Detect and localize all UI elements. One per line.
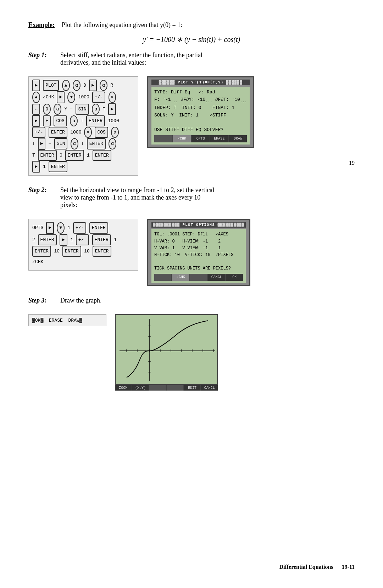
key-1b: 1 [43,164,49,169]
screen1-container: ▓▓▓▓▓▓ PLOT Y'(T)=F(T,Y) ▓▓▓▓▓▓ TYPE: Di… [147,76,254,148]
key-1000b: 1000 [108,118,119,124]
step2-block: Step 2: Set the horizontal view to range… [28,186,355,286]
key-alpha3: α [54,104,61,115]
key-t3: T [32,141,38,146]
step1-text2: derivatives, and the initial values: [60,59,146,66]
key-y: Y [65,107,70,112]
key-plot: PLOT [43,80,59,91]
key-alpha5: α [70,115,78,126]
step3-label: Step 3: [28,297,47,304]
step2-text2: view to range from -1 to 1, and mark the… [60,194,200,201]
step2-text3: pixels: [60,201,77,208]
graph-container: ZOOM (X,Y) EDIT CANCL [115,314,218,391]
key-enter-opts6: ENTER [93,246,111,257]
key-alpha: α [73,80,81,91]
key-right5: ► [32,115,40,127]
s2-tick: TICK SPACING UNITS ARE PIXELS? [154,266,231,271]
sk2-chk: ✓CHK [172,274,189,281]
key-alpha6: α [111,127,119,138]
key-plus: + [43,115,51,126]
key-enter-opts2: ENTER [38,234,57,245]
key-right4: ► [108,103,116,115]
step2-label: Step 2: [28,186,47,194]
key-x: ✕ [109,92,116,103]
sk2-empty2 [190,274,207,281]
key-plusminus2: +/- [32,127,45,138]
s1-use: USE STIFF DIFF EQ SOLVER? [154,127,223,132]
step2-text: Set the horizontal view to range from -1… [60,186,214,194]
s1-soln: SOLN: Y INIT: 1 ✓STIFF [154,113,226,118]
key-chk2: ✓CHK [32,259,43,265]
screen2-softkeys: ✓CHK CANCL OK [154,274,243,281]
screen2-content: TOL: .0001 STEP: Dflt ✓AXES H-VAR: 0 H-V… [151,229,246,283]
s2-hvar: H-VAR: 0 H-VIEW: -1 2 [154,239,221,244]
key-t2: T [81,118,86,124]
s1-type: TYPE: Diff Eq [154,89,190,95]
key-alpha2: α [100,80,107,91]
screen2-title: ▓▓▓▓▓▓▓▓▓▓ PLOT OPTIONS ▓▓▓▓▓▓▓▓▓▓ [151,222,246,228]
key-up2: ▲ [32,92,40,103]
s2-vvar: V-VAR: 1 V-VIEW: -1 1 [154,246,221,251]
sk2-empty [154,274,171,281]
graph-softkeys: ZOOM (X,Y) EDIT CANCL [115,385,218,391]
key-chk1: ✓CHK [43,94,57,100]
example-label: Example: [28,21,55,29]
calc-screen2: ▓▓▓▓▓▓▓▓▓▓ PLOT OPTIONS ▓▓▓▓▓▓▓▓▓▓ TOL: … [147,219,250,286]
key-down-opts: ▼ [57,222,65,233]
footer: Differential Equations 19-11 [279,564,355,570]
key-0: 0 [43,104,51,115]
key-1: 1 [87,153,93,158]
screen1-title: ▓▓▓▓▓▓ PLOT Y'(T)=F(T,Y) ▓▓▓▓▓▓ [151,80,250,85]
gsk-e1 [149,385,166,391]
calc-screen1: ▓▓▓▓▓▓ PLOT Y'(T)=F(T,Y) ▓▓▓▓▓▓ TYPE: Di… [147,76,254,148]
key-enter-opts5: ENTER [62,246,81,257]
key-x2: ✕ [84,127,92,138]
key-1-opts: 1 [67,225,73,230]
screen2-container: ▓▓▓▓▓▓▓▓▓▓ PLOT OPTIONS ▓▓▓▓▓▓▓▓▓▓ TOL: … [147,219,250,286]
key-alpha8: α [109,138,116,149]
key-1000a: 1000 [78,94,92,100]
key-enter6: ENTER [93,150,111,161]
key-pm-opts: +/- [73,222,86,233]
key-10b-opts: 10 [84,249,92,254]
key-down: ▼ [67,92,75,103]
step1-label: Step 1: [28,51,47,59]
ok-label: ▓OK▓ ERASE DRAW▓ [32,317,82,323]
step3-block: Step 3: Draw the graph. ▓OK▓ ERASE DRAW▓ [28,297,355,391]
key-enter2: ENTER [49,127,67,138]
step2-keystrokes: OPTS ► ▼ 1 +/- ENTER 2 ENTER ► 1 +/- ENT… [28,219,138,270]
s1-indep: INDEP: T INIT: 0 FINAL: 1 [154,105,234,110]
sk2-cancl: CANCL [208,274,225,281]
key-arrow-right: ► [32,80,40,91]
key-1000c: 1000 [70,130,84,135]
key-1c-opts: 1 [114,237,117,243]
step1-text: Select stiff, select radians, enter the … [60,51,202,59]
s2-tol: TOL: .0001 STEP: Dflt ✓AXES [154,232,228,237]
key-right7: ► [32,161,40,173]
example-line: Example: Plot the following equation giv… [28,21,355,29]
step1-block: Step 1: Select stiff, select radians, en… [28,51,355,176]
sk1-erase: ERASE [210,135,228,142]
footer-left: Differential Equations [279,564,333,570]
opts-label: OPTS [32,225,46,230]
key-1b-opts: 1 [70,237,76,243]
equation: y′ = −1000 ∗ (y − sin(t)) + cos(t) [143,36,240,43]
gsk-cancl: CANCL [201,385,218,391]
key-sin2: SIN [54,138,67,149]
key-minus2: − [49,141,51,146]
key-alpha4: α [92,104,100,115]
footer-right: 19-11 [342,564,355,570]
gsk-e2 [167,385,183,391]
key-enter4: ENTER [38,150,57,161]
key-backarrow: ← [32,104,40,115]
key-0b: 0 [60,153,65,158]
key-t4: T [81,141,87,146]
gsk-edit: EDIT [184,385,201,391]
key-right3: ► [57,91,65,103]
s2-htick: H-TICK: 10 V-TICK: 10 ✓PIXELS [154,252,233,257]
graph-svg [116,315,218,385]
graph-screen [115,314,218,385]
screen1-softkeys: ✓CHK OPTS ERASE DRAW [154,135,247,142]
key-cos2: COS [95,127,108,138]
example-text: Plot the following equation given that y… [62,21,182,29]
